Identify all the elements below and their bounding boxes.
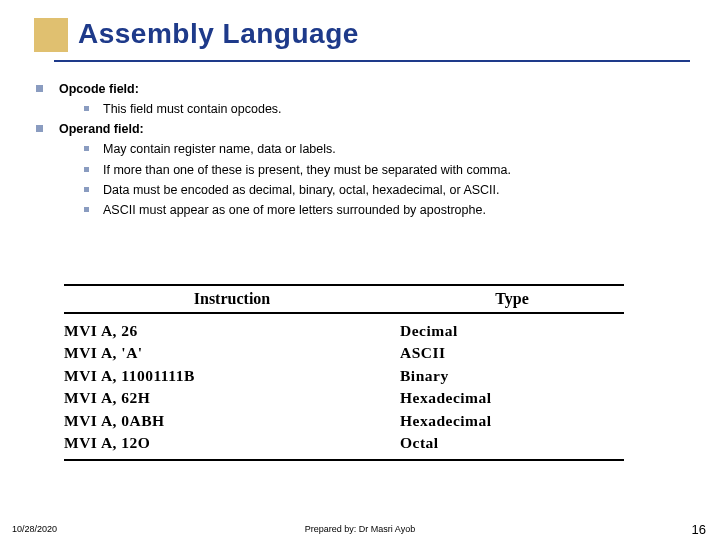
accent-box bbox=[34, 18, 68, 52]
bullet-icon bbox=[84, 167, 89, 172]
table-cell: Binary bbox=[400, 365, 624, 387]
bullet-icon bbox=[36, 85, 43, 92]
table-cell: MVI A, 62H bbox=[64, 387, 400, 409]
bullet-item: If more than one of these is present, th… bbox=[84, 161, 696, 179]
bullet-text: If more than one of these is present, th… bbox=[103, 161, 511, 179]
bullet-text: Data must be encoded as decimal, binary,… bbox=[103, 181, 500, 199]
content-area: Opcode field: This field must contain op… bbox=[36, 80, 696, 221]
bullet-text: May contain register name, data or label… bbox=[103, 140, 336, 158]
table-row: MVI A, 0ABH Hexadecimal bbox=[64, 410, 624, 432]
bullet-item: This field must contain opcodes. bbox=[84, 100, 696, 118]
title-underline bbox=[54, 60, 690, 62]
table-bottom-rule bbox=[64, 459, 624, 461]
bullet-text: ASCII must appear as one of more letters… bbox=[103, 201, 486, 219]
bullet-item: ASCII must appear as one of more letters… bbox=[84, 201, 696, 219]
bullet-item: Data must be encoded as decimal, binary,… bbox=[84, 181, 696, 199]
section-heading: Operand field: bbox=[59, 120, 144, 138]
table-cell: MVI A, 26 bbox=[64, 320, 400, 342]
table-row: MVI A, 'A' ASCII bbox=[64, 342, 624, 364]
table-header-cell: Type bbox=[400, 290, 624, 308]
table-cell: MVI A, 12O bbox=[64, 432, 400, 454]
bullet-item: May contain register name, data or label… bbox=[84, 140, 696, 158]
table-cell: MVI A, 'A' bbox=[64, 342, 400, 364]
table-body: MVI A, 26 Decimal MVI A, 'A' ASCII MVI A… bbox=[64, 314, 624, 455]
bullet-icon bbox=[84, 187, 89, 192]
table-row: MVI A, 26 Decimal bbox=[64, 320, 624, 342]
table-cell: ASCII bbox=[400, 342, 624, 364]
section-heading-row: Opcode field: bbox=[36, 80, 696, 98]
table-cell: Octal bbox=[400, 432, 624, 454]
table-cell: MVI A, 11001111B bbox=[64, 365, 400, 387]
title-wrap: Assembly Language bbox=[78, 18, 359, 50]
table-row: MVI A, 62H Hexadecimal bbox=[64, 387, 624, 409]
table-header: Instruction Type bbox=[64, 284, 624, 314]
footer-page: 16 bbox=[692, 522, 706, 537]
bullet-icon bbox=[84, 146, 89, 151]
section-heading: Opcode field: bbox=[59, 80, 139, 98]
bullet-text: This field must contain opcodes. bbox=[103, 100, 282, 118]
footer-date: 10/28/2020 bbox=[12, 524, 57, 534]
footer: 10/28/2020 Prepared by: Dr Masri Ayob 16 bbox=[0, 524, 720, 534]
section-heading-row: Operand field: bbox=[36, 120, 696, 138]
table-cell: MVI A, 0ABH bbox=[64, 410, 400, 432]
table-cell: Hexadecimal bbox=[400, 387, 624, 409]
instruction-table: Instruction Type MVI A, 26 Decimal MVI A… bbox=[64, 284, 624, 461]
table-cell: Hexadecimal bbox=[400, 410, 624, 432]
table-header-cell: Instruction bbox=[64, 290, 400, 308]
table-cell: Decimal bbox=[400, 320, 624, 342]
table-row: MVI A, 12O Octal bbox=[64, 432, 624, 454]
table-row: MVI A, 11001111B Binary bbox=[64, 365, 624, 387]
bullet-icon bbox=[36, 125, 43, 132]
bullet-icon bbox=[84, 207, 89, 212]
footer-prepared: Prepared by: Dr Masri Ayob bbox=[0, 524, 720, 534]
page-title: Assembly Language bbox=[78, 18, 359, 50]
bullet-icon bbox=[84, 106, 89, 111]
